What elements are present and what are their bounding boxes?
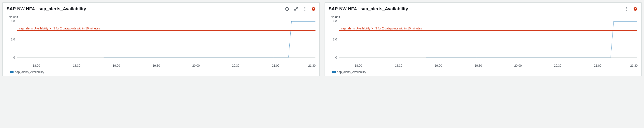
x-tick: 19:00 <box>435 64 442 67</box>
x-tick: 18:30 <box>395 64 402 67</box>
y-tick: 2.0 <box>11 38 15 41</box>
x-axis: 18:00 18:30 19:00 19:30 20:00 20:30 21:0… <box>329 64 638 69</box>
x-tick: 20:30 <box>554 64 562 67</box>
panel-header: SAP-NW-HE4 - sap_alerts_Availability <box>329 5 638 12</box>
x-tick: 19:30 <box>474 64 482 67</box>
more-menu-icon[interactable] <box>624 7 629 11</box>
more-menu-icon[interactable] <box>303 7 307 11</box>
svg-rect-14 <box>635 9 636 10</box>
legend: sap_alerts_Availability <box>7 70 316 74</box>
x-tick: 20:30 <box>232 64 239 67</box>
plot-region[interactable]: sap_alerts_Availability >= 3 for 2 datap… <box>339 19 638 64</box>
y-tick: 4.0 <box>11 20 15 23</box>
series-line <box>339 19 638 60</box>
svg-point-10 <box>626 8 627 9</box>
y-axis-unit: No unit <box>7 15 316 19</box>
svg-point-3 <box>304 8 305 9</box>
y-axis: 4.0 2.0 0 <box>7 19 17 64</box>
y-tick: 0 <box>336 56 337 59</box>
chart-panel: SAP-NW-HE4 - sap_alerts_Availability No … <box>2 2 320 76</box>
legend-swatch <box>332 71 336 73</box>
legend-label: sap_alerts_Availability <box>15 70 44 74</box>
panel-actions <box>285 7 316 11</box>
x-tick: 21:30 <box>630 64 638 67</box>
y-tick: 4.0 <box>333 20 337 23</box>
legend-swatch <box>10 71 14 73</box>
x-tick: 18:00 <box>33 64 40 67</box>
svg-point-9 <box>626 7 627 7</box>
expand-icon[interactable] <box>294 7 298 11</box>
plot-region[interactable]: sap_alerts_Availability >= 3 for 2 datap… <box>17 19 316 64</box>
panel-title: SAP-NW-HE4 - sap_alerts_Availability <box>329 6 408 11</box>
chart-area: 4.0 2.0 0 sap_alerts_Availability >= 3 f… <box>7 19 316 64</box>
panel-header: SAP-NW-HE4 - sap_alerts_Availability <box>7 5 316 12</box>
series-line <box>17 19 316 60</box>
y-tick: 0 <box>13 56 15 59</box>
refresh-icon[interactable] <box>285 7 290 11</box>
dashboard-row: SAP-NW-HE4 - sap_alerts_Availability No … <box>2 2 642 76</box>
svg-rect-7 <box>313 9 314 10</box>
legend-label: sap_alerts_Availability <box>337 70 366 74</box>
svg-point-2 <box>304 7 305 7</box>
x-tick: 19:00 <box>112 64 120 67</box>
x-tick: 19:30 <box>153 64 160 67</box>
chart-panel: SAP-NW-HE4 - sap_alerts_Availability No … <box>324 2 642 76</box>
x-tick: 18:30 <box>73 64 80 67</box>
x-tick: 21:00 <box>272 64 279 67</box>
panel-actions <box>624 7 637 11</box>
alarm-status-icon[interactable] <box>634 7 637 11</box>
legend: sap_alerts_Availability <box>329 70 638 74</box>
x-tick: 20:00 <box>514 64 522 67</box>
y-tick: 2.0 <box>333 38 337 41</box>
x-axis: 18:00 18:30 19:00 19:30 20:00 20:30 21:0… <box>7 64 316 69</box>
svg-point-11 <box>626 10 627 10</box>
svg-rect-13 <box>635 7 636 9</box>
y-axis-unit: No unit <box>329 15 638 19</box>
panel-title: SAP-NW-HE4 - sap_alerts_Availability <box>7 6 86 11</box>
x-tick: 21:00 <box>594 64 602 67</box>
alarm-status-icon[interactable] <box>312 7 316 11</box>
x-tick: 21:30 <box>308 64 316 67</box>
x-tick: 20:00 <box>192 64 200 67</box>
x-tick: 18:00 <box>354 64 362 67</box>
chart-area: 4.0 2.0 0 sap_alerts_Availability >= 3 f… <box>329 19 638 64</box>
svg-rect-6 <box>313 7 314 9</box>
y-axis: 4.0 2.0 0 <box>329 19 339 64</box>
svg-point-4 <box>304 10 305 10</box>
